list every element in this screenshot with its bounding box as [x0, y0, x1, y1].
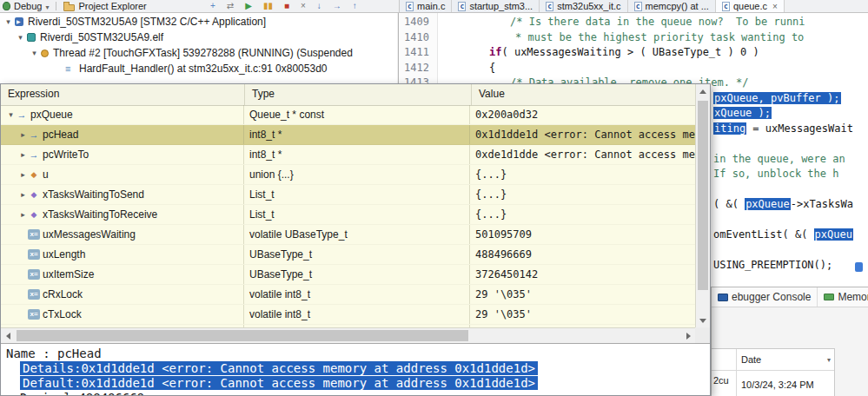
- editor-tab-queue-c[interactable]: cqueue.c×: [716, 0, 785, 12]
- horizontal-scroll-thumb[interactable]: [17, 330, 468, 341]
- tab-debugger-console[interactable]: ebugger Console: [712, 287, 818, 307]
- expression-row-u[interactable]: ▸uunion {...}{...}: [1, 165, 695, 185]
- expression-type: volatile UBaseType_t: [244, 225, 470, 244]
- line-number[interactable]: 1409: [404, 15, 429, 30]
- editor-tab-stm32u5xx-it-c[interactable]: cstm32u5xx_it.c: [540, 0, 627, 12]
- expression-row-xtaskswaitingtoreceive[interactable]: ▸xTasksWaitingToReceiveList_t{...}: [1, 205, 695, 225]
- toolbar-icon-step-return[interactable]: ↑: [353, 0, 357, 12]
- expressions-header: Expression Type Value: [1, 84, 695, 106]
- debug-tree[interactable]: ▾Riverdi_50STM32U5A9 [STM32 C/C++ Applic…: [0, 13, 397, 83]
- line-number[interactable]: 1411: [404, 45, 429, 60]
- scroll-up-button[interactable]: [696, 84, 710, 98]
- detail-line-1[interactable]: Details:0x1d1dde1d <error: Cannot access…: [1, 361, 710, 376]
- column-header-type[interactable]: Type: [245, 84, 472, 105]
- editor-tab-memcpy-at[interactable]: cmemcpy() at ...: [628, 0, 716, 12]
- expression-value: {...}: [470, 185, 695, 204]
- table-cell-date: 10/3/24, 3:24 PM: [737, 371, 834, 396]
- expression-name-cell: uxItemSize: [1, 265, 244, 284]
- expand-arrow-icon[interactable]: ▸: [18, 185, 28, 204]
- scalar-variable-icon: [28, 249, 40, 260]
- expression-row-uxmessageswaiting[interactable]: uxMessagesWaitingvolatile UBaseType_t501…: [1, 225, 695, 245]
- expression-name: xTasksWaitingToSend: [43, 185, 144, 204]
- expand-arrow-icon[interactable]: ▸: [18, 205, 28, 224]
- expression-value: 3726450142: [470, 265, 695, 284]
- view-menu-caret-icon[interactable]: [45, 0, 49, 12]
- code-line-1409[interactable]: 1409/* Is there data in the queue now? T…: [399, 15, 868, 30]
- vertical-scroll-thumb[interactable]: [698, 101, 708, 290]
- toolbar-icon-resume[interactable]: ▶: [245, 0, 252, 12]
- code-text: omEventList( &( pxQueu: [713, 228, 853, 242]
- view-tab-debug[interactable]: Debug: [3, 0, 49, 12]
- expression-row-pcwriteto[interactable]: ▸pcWriteToint8_t *0xde1d1dde <error: Can…: [1, 145, 695, 165]
- occurrence-marker-icon[interactable]: [855, 262, 863, 272]
- expression-name: uxItemSize: [43, 265, 94, 284]
- toolbar-icon-new-file[interactable]: +: [210, 0, 215, 12]
- column-header-value[interactable]: Value: [472, 84, 695, 105]
- code-line-1410[interactable]: 1410* must be the highest priority task …: [399, 30, 868, 45]
- tree-collapse-icon[interactable]: ▾: [16, 33, 25, 42]
- scroll-right-button[interactable]: [681, 328, 695, 343]
- toolbar-icon-disconnect[interactable]: ×: [301, 0, 306, 12]
- detail-line-3[interactable]: Decimal:488496669: [1, 391, 710, 395]
- line-number[interactable]: 1410: [404, 30, 429, 45]
- horizontal-scrollbar[interactable]: [1, 327, 695, 343]
- detail-line-2[interactable]: Default:0x1d1dde1d <error: Cannot access…: [1, 376, 710, 391]
- expression-row-crxlock[interactable]: cRxLockvolatile int8_t29 '\035': [1, 285, 695, 305]
- pointer-variable-icon: [28, 129, 40, 140]
- arrow-right-icon: [686, 333, 691, 340]
- toolbar-icon-terminate[interactable]: ■: [284, 0, 289, 12]
- table-header-col1[interactable]: [712, 349, 737, 370]
- expand-arrow-icon[interactable]: ▸: [18, 125, 28, 144]
- union-variable-icon: [28, 169, 40, 180]
- editor-tab-label: stm32u5xx_it.c: [557, 1, 620, 11]
- tree-collapse-icon[interactable]: ▾: [30, 49, 39, 57]
- sort-dropdown-icon[interactable]: [827, 349, 831, 370]
- scroll-down-button[interactable]: [696, 314, 710, 327]
- expand-arrow-icon[interactable]: ▸: [18, 145, 28, 164]
- view-tab-label: Project Explorer: [78, 1, 146, 11]
- editor-tab-label: queue.c: [733, 1, 767, 11]
- app-icon: [15, 17, 23, 26]
- collapse-arrow-icon[interactable]: ▾: [6, 105, 16, 124]
- code-line-1411[interactable]: 1411if( uxMessagesWaiting > ( UBaseType_…: [399, 45, 868, 60]
- expression-row-pxqueue[interactable]: ▾pxQueueQueue_t * const0x200a0d32: [1, 105, 695, 125]
- debug-tree-item-0[interactable]: ▾Riverdi_50STM32U5A9 [STM32 C/C++ Applic…: [0, 14, 397, 30]
- tree-collapse-icon[interactable]: ▾: [3, 17, 13, 26]
- expression-row-ctxlock[interactable]: cTxLockvolatile int8_t29 '\035': [1, 305, 695, 325]
- expand-arrow-icon[interactable]: ▸: [18, 165, 28, 184]
- line-number[interactable]: 1412: [404, 61, 429, 76]
- editor-tab-startup-stm3[interactable]: cstartup_stm3...: [452, 0, 540, 12]
- toolbar-icon-link-with-editor[interactable]: ⇄: [227, 0, 234, 12]
- table-row[interactable]: 2cu 10/3/24, 3:24 PM: [712, 371, 834, 396]
- debug-tree-item-2[interactable]: ▾Thread #2 [TouchGFXTask] 539278288 (RUN…: [0, 45, 397, 61]
- view-tab-project-explorer[interactable]: Project Explorer: [63, 0, 146, 12]
- expression-row-uxlength[interactable]: uxLengthUBaseType_t488496669: [1, 245, 695, 265]
- detail-line-0[interactable]: Name : pcHead: [1, 346, 710, 361]
- close-tab-icon[interactable]: ×: [772, 2, 778, 11]
- column-header-expression[interactable]: Expression: [1, 84, 245, 105]
- expression-row-pchead[interactable]: ▸pcHeadint8_t *0x1d1dde1d <error: Cannot…: [1, 125, 695, 145]
- code-line-1412[interactable]: 1412{: [399, 61, 868, 76]
- scroll-left-button[interactable]: [1, 328, 15, 343]
- vertical-scrollbar[interactable]: [695, 84, 710, 327]
- editor-tab-label: startup_stm3...: [469, 1, 533, 11]
- scalar-variable-icon: [28, 229, 40, 240]
- editor-tab-main-c[interactable]: cmain.c: [400, 0, 452, 12]
- arrow-left-icon: [6, 333, 10, 340]
- debug-tree-item-3[interactable]: HardFault_Handler() at stm32u5xx_it.c:91…: [0, 61, 397, 76]
- toolbar-icon-step-into[interactable]: ↓: [317, 0, 321, 12]
- code-text: pxQueue, pvBuffer );: [713, 91, 841, 106]
- editor-tab-label: main.c: [417, 1, 445, 11]
- expression-row-uxitemsize[interactable]: uxItemSizeUBaseType_t3726450142: [1, 265, 695, 285]
- expression-type: Queue_t * const: [244, 105, 470, 124]
- toolbar-icon-step-over[interactable]: →: [333, 0, 341, 12]
- console-panel: ebugger Console Memory Date 2cu 10/3/24,…: [711, 287, 868, 396]
- debug-tree-label: Thread #2 [TouchGFXTask] 539278288 (RUNN…: [53, 47, 353, 59]
- toolbar-icon-suspend[interactable]: ▮▮: [263, 0, 273, 12]
- tab-memory[interactable]: Memory: [818, 287, 868, 307]
- detail-pane[interactable]: Name : pcHeadDetails:0x1d1dde1d <error: …: [1, 343, 710, 395]
- debug-tree-item-1[interactable]: ▾Riverdi_50STM32U5A9.elf: [0, 30, 397, 45]
- expression-value: 29 '\035': [470, 305, 695, 324]
- date-column-header[interactable]: Date: [737, 349, 834, 370]
- expression-row-xtaskswaitingtosend[interactable]: ▸xTasksWaitingToSendList_t{...}: [1, 185, 695, 205]
